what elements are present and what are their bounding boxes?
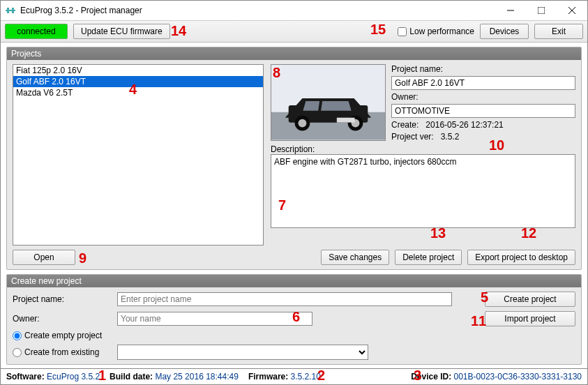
np-name-label: Project name: [13,294,110,304]
np-owner-label: Owner: [13,314,110,324]
description-label: Description: [271,144,315,154]
create-value: 2016-05-26 12:37:21 [425,120,503,130]
low-performance-checkbox[interactable]: Low performance [398,27,474,36]
update-firmware-button[interactable]: Update ECU firmware [73,24,170,39]
new-project-title: Create new project [7,275,581,287]
save-changes-button[interactable]: Save changes [321,250,389,265]
export-project-button[interactable]: Export project to desktop [467,250,575,265]
low-performance-input[interactable] [398,27,407,36]
toolbar: connected Update ECU firmware Low perfor… [1,20,587,43]
devices-button[interactable]: Devices [480,24,529,39]
projects-group: Projects Fiat 125p 2.0 16V Golf ABF 2.0 … [6,47,582,270]
low-performance-label: Low performance [409,27,474,36]
app-icon [5,5,16,16]
build-label: Build date: [110,372,153,382]
create-from-existing-radio[interactable]: Create from existing [13,347,110,357]
svg-point-11 [299,119,307,128]
np-name-input[interactable] [117,292,452,306]
list-item[interactable]: Mazda V6 2.5T [13,87,263,98]
build-value: May 25 2016 18:44:49 [155,372,238,382]
project-name-label: Project name: [391,64,575,74]
owner-input[interactable] [391,104,575,118]
description-input[interactable] [271,154,575,228]
np-owner-input[interactable] [117,312,312,326]
import-project-button[interactable]: Import project [485,311,575,326]
svg-rect-14 [337,118,355,123]
close-button[interactable] [557,1,587,20]
firmware-label: Firmware: [248,372,288,382]
minimize-button[interactable] [495,1,526,20]
statusbar: Software: EcuProg 3.5.2 Build date: May … [1,368,587,384]
create-label: Create: [391,120,419,130]
firmware-value: 3.5.2.10 [291,372,321,382]
device-id-label: Device ID: [411,372,451,382]
create-empty-radio[interactable]: Create empty project [13,331,478,340]
device-id-value: 001B-0023-0C36-3330-3331-3130 [454,372,582,382]
projects-list[interactable]: Fiat 125p 2.0 16V Golf ABF 2.0 16VT Mazd… [13,64,264,246]
owner-label: Owner: [391,92,575,102]
project-name-input[interactable] [391,76,575,90]
open-button[interactable]: Open [13,250,75,265]
window-title: EcuProg 3.5.2 - Project manager [20,6,495,15]
existing-project-select[interactable] [117,345,368,360]
software-value: EcuProg 3.5.2 [47,372,100,382]
software-label: Software: [6,372,45,382]
create-project-button[interactable]: Create project [485,292,575,307]
connected-indicator[interactable]: connected [5,24,68,39]
svg-rect-1 [7,8,9,13]
list-item[interactable]: Fiat 125p 2.0 16V [13,65,263,76]
project-image [271,64,386,141]
exit-button[interactable]: Exit [534,24,583,39]
projects-group-title: Projects [7,47,581,60]
project-ver-value: 3.5.2 [441,132,460,142]
project-ver-label: Project ver: [391,132,434,142]
svg-rect-2 [12,8,14,13]
titlebar: EcuProg 3.5.2 - Project manager [1,1,587,20]
delete-project-button[interactable]: Delete project [395,250,462,265]
svg-rect-4 [538,7,545,14]
new-project-group: Create new project Project name: Create … [6,274,582,365]
list-item[interactable]: Golf ABF 2.0 16VT [13,76,263,87]
maximize-button[interactable] [526,1,557,20]
